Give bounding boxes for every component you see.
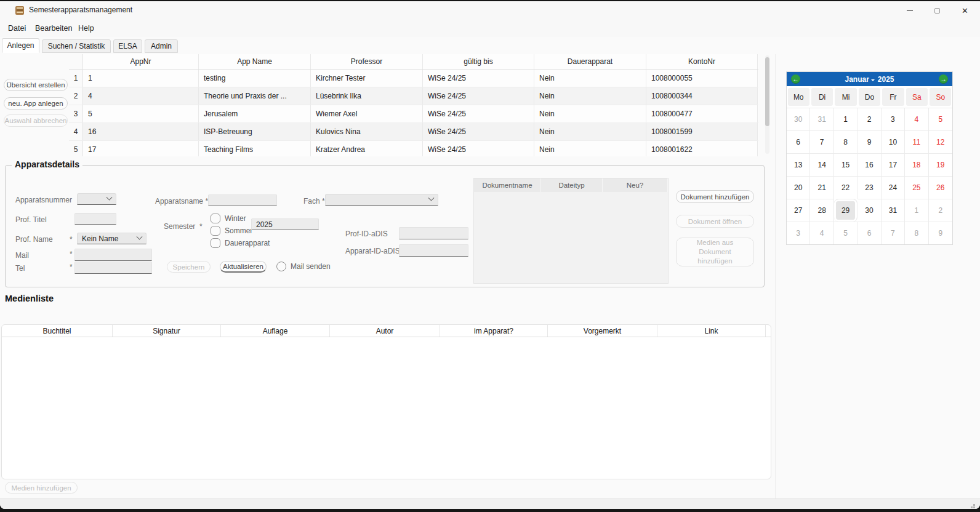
media-column-header[interactable]: im Apparat? <box>440 325 548 337</box>
calendar-day[interactable]: 4 <box>810 222 833 244</box>
column-header[interactable]: KontoNr <box>646 54 758 69</box>
menu-bearbeiten[interactable]: Bearbeiten <box>35 24 72 33</box>
mail-senden-checkbox[interactable] <box>276 262 286 271</box>
calendar-day[interactable]: 9 <box>857 130 881 153</box>
maximize-button[interactable] <box>923 1 951 20</box>
calendar-day[interactable]: 20 <box>787 176 810 199</box>
calendar-day[interactable]: 8 <box>905 222 928 244</box>
calendar-day[interactable]: 30 <box>787 108 810 130</box>
calendar-day[interactable]: 22 <box>834 176 857 199</box>
calendar-day[interactable]: 15 <box>834 153 857 176</box>
column-header[interactable]: Professor <box>311 54 423 69</box>
tab-suchen-statistik[interactable]: Suchen / Statistik <box>42 39 111 53</box>
calendar-day[interactable]: 7 <box>882 222 905 244</box>
calendar-day[interactable]: 5 <box>929 108 952 130</box>
dauerapparat-checkbox[interactable] <box>211 238 220 248</box>
table-row[interactable]: 517Teaching FilmsKratzer AndreaWiSe 24/2… <box>69 141 758 156</box>
prof-name-combobox[interactable]: Kein Name <box>77 233 147 244</box>
tab-anlegen[interactable]: Anlegen <box>2 38 39 53</box>
calendar-day[interactable]: 31 <box>810 108 833 130</box>
table-row[interactable]: 416ISP-BetreuungKulovics NinaWiSe 24/25N… <box>69 123 758 141</box>
media-column-header[interactable]: Auflage <box>221 325 330 337</box>
dokument-hinzufuegen-button[interactable]: Dokument hinzufügen <box>676 190 754 203</box>
calendar-year[interactable]: 2025 <box>878 75 894 84</box>
minimize-button[interactable] <box>896 1 923 20</box>
apps-table-scrollbar[interactable] <box>765 55 769 154</box>
media-column-header[interactable]: Vorgemerkt <box>548 325 657 337</box>
calendar-day[interactable]: 26 <box>929 176 952 199</box>
table-cell: 1008000344 <box>646 87 758 105</box>
column-header[interactable]: App Name <box>199 54 311 69</box>
aktualisieren-button[interactable]: Aktualisieren <box>220 261 267 273</box>
apparat-id-adis-field[interactable] <box>399 244 468 257</box>
calendar-day[interactable]: 23 <box>857 176 881 199</box>
calendar-title[interactable]: Januar 2025 <box>845 75 894 84</box>
media-column-header[interactable]: Buchtitel <box>2 325 113 337</box>
table-row[interactable]: 11testingKirchner TesterWiSe 24/25Nein10… <box>69 70 758 87</box>
calendar-day[interactable]: 28 <box>810 199 833 222</box>
calendar-day[interactable]: 6 <box>857 222 881 244</box>
calendar-day[interactable]: 16 <box>857 153 881 176</box>
column-header[interactable]: gültig bis <box>423 54 534 69</box>
calendar-day[interactable]: 9 <box>929 222 952 244</box>
mail-field[interactable] <box>74 249 152 261</box>
resize-grip-icon[interactable] <box>973 504 975 506</box>
scrollbar-thumb[interactable] <box>765 57 769 126</box>
calendar-day[interactable]: 6 <box>787 130 810 153</box>
calendar-day[interactable]: 14 <box>810 153 833 176</box>
calendar-day[interactable]: 24 <box>882 176 905 199</box>
column-header[interactable]: Dauerapparat <box>534 54 646 69</box>
neue-app-anlegen-button[interactable]: neu. App anlegen <box>4 97 68 110</box>
calendar-next-button[interactable]: → <box>939 74 948 84</box>
app-icon <box>15 6 25 15</box>
calendar-day[interactable]: 11 <box>905 130 928 153</box>
calendar-month[interactable]: Januar <box>845 75 869 84</box>
apparatsname-field[interactable] <box>208 194 277 206</box>
calendar-day[interactable]: 5 <box>834 222 857 244</box>
calendar-day[interactable]: 19 <box>929 153 952 176</box>
calendar-day[interactable]: 1 <box>834 108 857 130</box>
calendar-day[interactable]: 30 <box>857 199 881 222</box>
semester-year-field[interactable]: 2025 <box>251 218 319 230</box>
calendar-day[interactable]: 27 <box>787 199 810 222</box>
media-column-header[interactable]: Signatur <box>113 325 221 337</box>
media-column-header[interactable]: Autor <box>330 325 440 337</box>
menu-help[interactable]: Help <box>78 24 94 33</box>
apparatsnummer-combobox[interactable] <box>77 193 116 205</box>
tab-elsa[interactable]: ELSA <box>113 39 142 53</box>
table-row[interactable]: 24Theorie und Praxis der ...Lüsebrink Il… <box>69 87 758 105</box>
calendar-day[interactable]: 2 <box>857 108 881 130</box>
prof-titel-field[interactable] <box>74 213 116 225</box>
media-column-header[interactable]: Link <box>657 325 766 337</box>
table-row[interactable]: 35JerusalemWiemer AxelWiSe 24/25Nein1008… <box>69 105 758 123</box>
menu-datei[interactable]: Datei <box>8 24 26 33</box>
calendar-day[interactable]: 2 <box>929 199 952 222</box>
column-header[interactable]: AppNr <box>83 54 199 69</box>
calendar-day[interactable]: 10 <box>882 130 905 153</box>
uebersicht-erstellen-button[interactable]: Übersicht erstellen <box>4 79 68 91</box>
calendar-day[interactable]: 3 <box>882 108 905 130</box>
calendar-day[interactable]: 8 <box>834 130 857 153</box>
calendar-day[interactable]: 7 <box>810 130 833 153</box>
calendar-day[interactable]: 4 <box>905 108 928 130</box>
calendar-day[interactable]: 21 <box>810 176 833 199</box>
table-cell: WiSe 24/25 <box>423 87 534 105</box>
calendar-day[interactable]: 1 <box>905 199 928 222</box>
sommer-checkbox[interactable] <box>211 226 220 236</box>
calendar-day[interactable]: 29 <box>834 199 857 222</box>
fach-combobox[interactable] <box>325 194 438 206</box>
close-button[interactable]: ✕ <box>951 1 979 20</box>
calendar-prev-button[interactable]: ← <box>791 74 800 84</box>
winter-checkbox[interactable] <box>211 214 220 223</box>
calendar-day[interactable]: 18 <box>905 153 928 176</box>
calendar-day[interactable]: 17 <box>882 153 905 176</box>
calendar-day[interactable]: 13 <box>787 153 810 176</box>
tel-field[interactable] <box>74 262 152 274</box>
calendar-day[interactable]: 3 <box>787 222 810 244</box>
prof-id-adis-field[interactable] <box>399 227 468 239</box>
calendar-day[interactable]: 12 <box>929 130 952 153</box>
calendar-day[interactable]: 31 <box>882 199 905 222</box>
tab-admin[interactable]: Admin <box>145 39 178 53</box>
table-cell: 1008001622 <box>646 141 758 156</box>
calendar-day[interactable]: 25 <box>905 176 928 199</box>
